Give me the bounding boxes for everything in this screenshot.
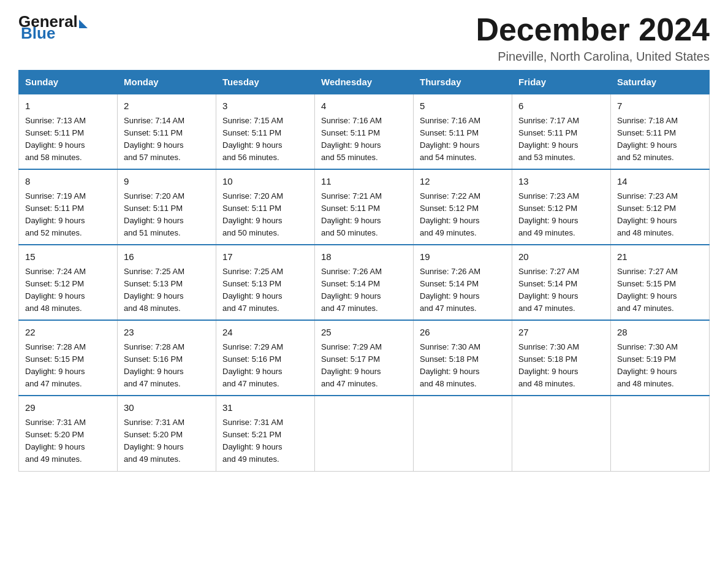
day-info: Sunrise: 7:16 AMSunset: 5:11 PMDaylight:… [420,115,506,164]
day-number: 19 [420,250,506,264]
day-number: 30 [124,401,210,415]
day-number: 22 [25,326,111,340]
calendar-cell: 10Sunrise: 7:20 AMSunset: 5:11 PMDayligh… [216,169,315,245]
day-header-thursday: Thursday [414,71,512,94]
day-header-monday: Monday [118,71,216,94]
day-header-friday: Friday [512,71,611,94]
calendar-week-row: 22Sunrise: 7:28 AMSunset: 5:15 PMDayligh… [19,320,710,396]
day-number: 24 [222,326,308,340]
day-number: 14 [617,175,703,189]
calendar-cell: 6Sunrise: 7:17 AMSunset: 5:11 PMDaylight… [512,94,611,169]
calendar-cell: 11Sunrise: 7:21 AMSunset: 5:11 PMDayligh… [315,169,414,245]
month-title: December 2024 [476,12,710,47]
day-info: Sunrise: 7:30 AMSunset: 5:19 PMDaylight:… [617,341,703,391]
day-info: Sunrise: 7:13 AMSunset: 5:11 PMDaylight:… [25,115,111,164]
day-header-wednesday: Wednesday [315,71,414,94]
calendar-cell: 16Sunrise: 7:25 AMSunset: 5:13 PMDayligh… [118,245,216,320]
day-number: 7 [617,99,703,113]
day-info: Sunrise: 7:28 AMSunset: 5:16 PMDaylight:… [124,341,210,391]
day-header-tuesday: Tuesday [216,71,315,94]
day-number: 6 [518,99,604,113]
day-number: 15 [25,250,111,264]
calendar-week-row: 1Sunrise: 7:13 AMSunset: 5:11 PMDaylight… [19,94,710,169]
title-area: December 2024 Pineville, North Carolina,… [476,12,710,64]
day-info: Sunrise: 7:25 AMSunset: 5:13 PMDaylight:… [124,266,210,315]
logo-arrow-icon [79,20,88,28]
day-number: 28 [617,326,703,340]
day-info: Sunrise: 7:21 AMSunset: 5:11 PMDaylight:… [321,190,407,240]
calendar-cell: 5Sunrise: 7:16 AMSunset: 5:11 PMDaylight… [414,94,512,169]
day-info: Sunrise: 7:23 AMSunset: 5:12 PMDaylight:… [518,190,604,240]
calendar-cell: 31Sunrise: 7:31 AMSunset: 5:21 PMDayligh… [216,396,315,471]
calendar-cell [414,396,512,471]
day-info: Sunrise: 7:28 AMSunset: 5:15 PMDaylight:… [25,341,111,391]
calendar-cell: 8Sunrise: 7:19 AMSunset: 5:11 PMDaylight… [19,169,118,245]
calendar-cell: 7Sunrise: 7:18 AMSunset: 5:11 PMDaylight… [611,94,710,169]
day-number: 26 [420,326,506,340]
day-number: 23 [124,326,210,340]
day-number: 21 [617,250,703,264]
calendar-cell: 15Sunrise: 7:24 AMSunset: 5:12 PMDayligh… [19,245,118,320]
day-info: Sunrise: 7:22 AMSunset: 5:12 PMDaylight:… [420,190,506,240]
day-number: 29 [25,401,111,415]
calendar-cell: 18Sunrise: 7:26 AMSunset: 5:14 PMDayligh… [315,245,414,320]
day-number: 1 [25,99,111,113]
day-number: 10 [222,175,308,189]
calendar-cell: 4Sunrise: 7:16 AMSunset: 5:11 PMDaylight… [315,94,414,169]
day-info: Sunrise: 7:27 AMSunset: 5:14 PMDaylight:… [518,266,604,315]
day-info: Sunrise: 7:19 AMSunset: 5:11 PMDaylight:… [25,190,111,240]
day-number: 31 [222,401,308,415]
calendar-cell: 2Sunrise: 7:14 AMSunset: 5:11 PMDaylight… [118,94,216,169]
day-info: Sunrise: 7:30 AMSunset: 5:18 PMDaylight:… [420,341,506,391]
calendar-cell: 9Sunrise: 7:20 AMSunset: 5:11 PMDaylight… [118,169,216,245]
calendar-cell: 29Sunrise: 7:31 AMSunset: 5:20 PMDayligh… [19,396,118,471]
calendar-cell [611,396,710,471]
day-info: Sunrise: 7:26 AMSunset: 5:14 PMDaylight:… [420,266,506,315]
calendar-cell: 20Sunrise: 7:27 AMSunset: 5:14 PMDayligh… [512,245,611,320]
day-info: Sunrise: 7:31 AMSunset: 5:20 PMDaylight:… [25,416,111,466]
day-info: Sunrise: 7:26 AMSunset: 5:14 PMDaylight:… [321,266,407,315]
day-info: Sunrise: 7:14 AMSunset: 5:11 PMDaylight:… [124,115,210,164]
day-number: 3 [222,99,308,113]
day-number: 25 [321,326,407,340]
day-info: Sunrise: 7:24 AMSunset: 5:12 PMDaylight:… [25,266,111,315]
day-number: 12 [420,175,506,189]
logo-blue-text: Blue [21,24,55,43]
day-number: 13 [518,175,604,189]
day-number: 18 [321,250,407,264]
day-info: Sunrise: 7:16 AMSunset: 5:11 PMDaylight:… [321,115,407,164]
day-info: Sunrise: 7:25 AMSunset: 5:13 PMDaylight:… [222,266,308,315]
calendar-cell: 25Sunrise: 7:29 AMSunset: 5:17 PMDayligh… [315,320,414,396]
calendar-cell: 3Sunrise: 7:15 AMSunset: 5:11 PMDaylight… [216,94,315,169]
day-header-sunday: Sunday [19,71,118,94]
day-number: 2 [124,99,210,113]
calendar-table: SundayMondayTuesdayWednesdayThursdayFrid… [18,70,710,471]
calendar-cell: 13Sunrise: 7:23 AMSunset: 5:12 PMDayligh… [512,169,611,245]
calendar-cell: 19Sunrise: 7:26 AMSunset: 5:14 PMDayligh… [414,245,512,320]
calendar-cell: 17Sunrise: 7:25 AMSunset: 5:13 PMDayligh… [216,245,315,320]
calendar-cell: 1Sunrise: 7:13 AMSunset: 5:11 PMDaylight… [19,94,118,169]
day-number: 4 [321,99,407,113]
calendar-cell [512,396,611,471]
day-number: 11 [321,175,407,189]
calendar-cell: 12Sunrise: 7:22 AMSunset: 5:12 PMDayligh… [414,169,512,245]
day-info: Sunrise: 7:31 AMSunset: 5:21 PMDaylight:… [222,416,308,466]
calendar-header-row: SundayMondayTuesdayWednesdayThursdayFrid… [19,71,710,94]
day-info: Sunrise: 7:17 AMSunset: 5:11 PMDaylight:… [518,115,604,164]
day-info: Sunrise: 7:18 AMSunset: 5:11 PMDaylight:… [617,115,703,164]
calendar-cell: 26Sunrise: 7:30 AMSunset: 5:18 PMDayligh… [414,320,512,396]
day-number: 16 [124,250,210,264]
day-info: Sunrise: 7:29 AMSunset: 5:17 PMDaylight:… [321,341,407,391]
day-info: Sunrise: 7:15 AMSunset: 5:11 PMDaylight:… [222,115,308,164]
calendar-cell: 30Sunrise: 7:31 AMSunset: 5:20 PMDayligh… [118,396,216,471]
logo: General Blue [18,12,88,43]
calendar-week-row: 8Sunrise: 7:19 AMSunset: 5:11 PMDaylight… [19,169,710,245]
day-number: 20 [518,250,604,264]
day-number: 27 [518,326,604,340]
calendar-cell: 27Sunrise: 7:30 AMSunset: 5:18 PMDayligh… [512,320,611,396]
day-header-saturday: Saturday [611,71,710,94]
day-number: 5 [420,99,506,113]
day-number: 9 [124,175,210,189]
calendar-cell: 22Sunrise: 7:28 AMSunset: 5:15 PMDayligh… [19,320,118,396]
calendar-cell: 28Sunrise: 7:30 AMSunset: 5:19 PMDayligh… [611,320,710,396]
